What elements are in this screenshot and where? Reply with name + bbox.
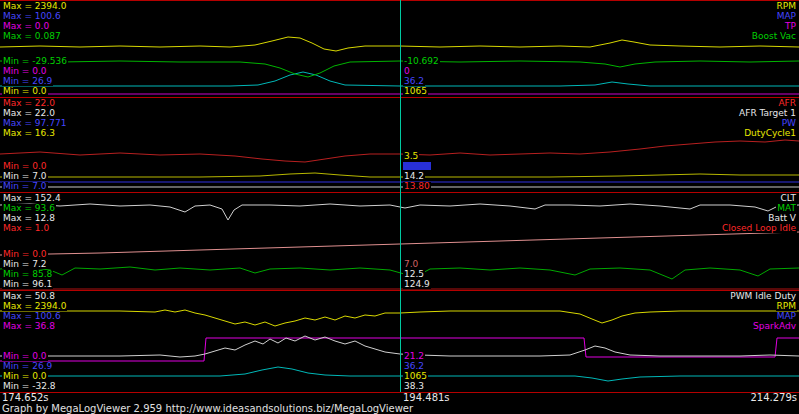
- cursor-value: -10.692: [403, 57, 440, 66]
- max-label: Max = 50.8: [2, 292, 56, 301]
- cursor-value: 14.2: [403, 172, 425, 181]
- channel-label: RPM: [776, 302, 797, 311]
- min-label: Min = 0.0: [2, 352, 48, 361]
- channel-label: Batt V: [767, 214, 797, 223]
- max-label: Max = 22.0: [2, 99, 56, 108]
- channel-label: DutyCycle1: [743, 129, 797, 138]
- cursor-value: 21.2: [403, 352, 425, 361]
- cursor-value: 1065: [403, 87, 428, 96]
- max-label: Max = 100.6: [2, 312, 62, 321]
- min-label: Min = 96.1: [2, 280, 53, 289]
- time-axis: 174.652s 194.481s 214.279s: [0, 392, 799, 403]
- max-label: Max = 12.8: [2, 214, 56, 223]
- max-label: Max = 2394.0: [2, 302, 67, 311]
- status-bar: Graph by MegaLogViewer 2.959 http://www.…: [0, 403, 799, 414]
- min-label: Min = 0.0: [2, 67, 48, 76]
- cursor-value: 3.5: [403, 152, 419, 161]
- cursor-value: 0: [403, 67, 411, 76]
- min-label: Min = 26.9: [2, 362, 53, 371]
- cursor-value: 13.80: [403, 182, 431, 191]
- max-label: Max = 0.0: [2, 22, 50, 31]
- cursor-value: 1065: [403, 372, 428, 381]
- cursor-value: 36.2: [403, 77, 425, 86]
- min-label: Min = 0.0: [2, 372, 48, 381]
- cursor-value: 7.0: [403, 260, 419, 269]
- status-text: Graph by MegaLogViewer 2.959 http://www.…: [2, 403, 413, 414]
- channel-label: Closed Loop Idle: [721, 224, 797, 233]
- max-label: Max = 36.8: [2, 322, 56, 331]
- min-label: Min = 7.0: [2, 172, 48, 181]
- channel-label: MAP: [776, 312, 797, 321]
- max-label: Max = 97.771: [2, 119, 67, 128]
- min-label: Min = 0.0: [2, 162, 48, 171]
- megalogviewer-window: Max = 2394.0Max = 100.6Max = 0.0Max = 0.…: [0, 0, 799, 414]
- min-label: Min = 26.9: [2, 77, 53, 86]
- cursor-value: 124.9: [403, 280, 431, 289]
- max-label: Max = 93.6: [2, 204, 56, 213]
- channel-label: AFR Target 1: [738, 109, 797, 118]
- max-label: Max = 22.0: [2, 109, 56, 118]
- max-label: Max = 152.4: [2, 194, 62, 203]
- cursor-value: 12.5: [403, 270, 425, 279]
- min-label: Min = 7.0: [2, 182, 48, 191]
- max-label: Max = 16.3: [2, 129, 56, 138]
- max-label: Max = 0.087: [2, 32, 62, 41]
- time-start-label: 174.652s: [2, 392, 49, 403]
- max-label: Max = 100.6: [2, 12, 62, 21]
- min-label: Min = 0.0: [2, 87, 48, 96]
- cursor-value: [403, 162, 431, 170]
- min-label: Min = 0.0: [2, 250, 48, 259]
- max-label: Max = 1.0: [2, 224, 50, 233]
- channel-label: CLT: [779, 194, 797, 203]
- time-end-label: 214.279s: [750, 392, 797, 403]
- min-label: Min = 85.8: [2, 270, 53, 279]
- channel-label: TP: [784, 22, 797, 31]
- channel-label: MAP: [776, 12, 797, 21]
- min-label: Min = 7.2: [2, 260, 48, 269]
- cursor-value: 38.3: [403, 382, 425, 391]
- channel-label: SparkAdv: [752, 322, 797, 331]
- channel-label: MAT: [776, 204, 797, 213]
- cursor-value: 36.2: [403, 362, 425, 371]
- max-label: Max = 2394.0: [2, 2, 67, 11]
- channel-label: AFR: [777, 99, 797, 108]
- min-label: Min = -29.536: [2, 57, 68, 66]
- channel-label: PW: [781, 119, 797, 128]
- channel-label: PWM Idle Duty: [729, 292, 797, 301]
- channel-label: Boost Vac: [751, 32, 797, 41]
- channel-label: RPM: [776, 2, 797, 11]
- time-cursor-label: 194.481s: [403, 392, 450, 403]
- min-label: Min = -32.8: [2, 382, 57, 391]
- cursor-line[interactable]: [400, 0, 401, 392]
